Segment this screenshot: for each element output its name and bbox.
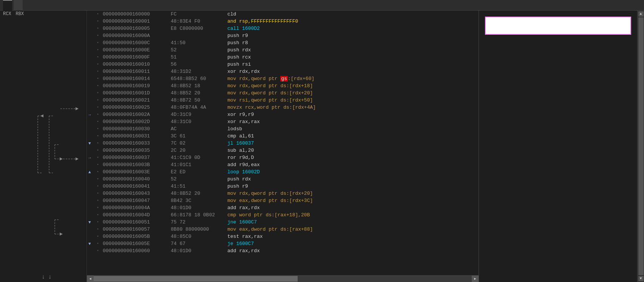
breakpoint-dot[interactable]: • [95,233,101,240]
table-row[interactable]: •0000000000160000FCcld [87,11,479,18]
v-scrollbar[interactable]: ▲ ▼ [637,11,644,282]
tab-rbx[interactable] [14,0,23,11]
breakpoint-dot[interactable]: • [95,125,101,133]
breakpoint-dot[interactable]: • [95,211,101,219]
breakpoint-dot[interactable]: • [95,240,101,247]
breakpoint-dot[interactable]: • [95,18,101,25]
breakpoint-dot[interactable]: • [95,25,101,32]
breakpoint-dot[interactable]: • [95,68,101,75]
breakpoint-dot[interactable]: • [95,161,101,168]
table-row[interactable]: •00000000001600478B42 3Cmov eax,dword pt… [87,197,479,204]
table-row[interactable]: •000000000016004348:8B52 20mov rdx,qword… [87,190,479,197]
breakpoint-dot[interactable]: • [95,133,101,140]
table-row[interactable]: •000000000016000Apush r9 [87,32,479,39]
h-scrollbar[interactable]: ◀ ▶ [87,275,479,282]
instruction-cell: add rax,rdx [226,204,479,211]
breakpoint-dot[interactable]: • [95,183,101,190]
jump-indicator [87,39,95,46]
table-row[interactable]: •000000000016006048:01D0add rax,rdx [87,247,479,254]
breakpoint-dot[interactable]: • [95,219,101,226]
instruction-cell: mov eax,dword ptr ds:[rax+88] [226,226,479,233]
table-row[interactable]: •000000000016001056push rsi [87,61,479,68]
table-row[interactable]: •000000000016002D48:31C0xor rax,rax [87,118,479,125]
table-row[interactable]: •000000000016003B41:01C1add r9d,eax [87,161,479,168]
breakpoint-dot[interactable]: • [95,197,101,204]
breakpoint-dot[interactable]: • [95,154,101,161]
table-row[interactable]: •000000000016000E52push rdx [87,46,479,54]
scroll-h-track[interactable] [94,276,472,282]
jump-indicator [87,190,95,197]
scroll-h-thumb[interactable] [94,276,298,282]
breakpoint-dot[interactable]: • [95,140,101,147]
scroll-left-btn[interactable]: ◀ [87,276,94,282]
breakpoint-dot[interactable]: • [95,54,101,61]
breakpoint-dot[interactable]: • [95,226,101,233]
scroll-thumb[interactable] [638,17,644,275]
jump-indicator: → [87,111,95,118]
scroll-right-btn[interactable]: ▶ [472,276,479,282]
breakpoint-dot[interactable]: • [95,204,101,211]
table-row[interactable]: •000000000016005B48:85C0test rax,rax [87,233,479,240]
instruction-cell: mov rsi,qword ptr ds:[rdx+50] [226,97,479,104]
table-row[interactable]: •00000000001600578B80 88000000mov eax,dw… [87,226,479,233]
breakpoint-dot[interactable]: • [95,39,101,46]
table-row[interactable]: •000000000016004052push rdx [87,176,479,183]
table-row[interactable]: •000000000016001D48:8B52 20mov rdx,qword… [87,89,479,97]
instruction-cell: add r9d,eax [226,161,479,168]
bytes-cell: 6548:8B52 60 [169,75,226,82]
table-row[interactable]: •000000000016000C41:50push r8 [87,39,479,46]
bytes-cell: 75 72 [169,219,226,226]
instruction-cell: sub al,20 [226,147,479,154]
scroll-down-btn[interactable]: ▼ [638,276,644,281]
table-row[interactable]: •000000000016004A48:01D0add rax,rdx [87,204,479,211]
breakpoint-dot[interactable]: • [95,61,101,68]
disasm-table: •0000000000160000FCcld•00000000001600014… [87,11,479,254]
table-row[interactable]: •000000000016001148:31D2xor rdx,rdx [87,68,479,75]
bytes-cell: 52 [169,46,226,54]
scroll-up-btn[interactable]: ▲ [638,11,644,17]
table-row[interactable]: •000000000016004D66:8178 18 0B02cmp word… [87,211,479,219]
breakpoint-dot[interactable]: • [95,46,101,54]
address-cell: 0000000000160040 [101,176,169,183]
table-row[interactable]: •00000000001600313C 61cmp al,61 [87,133,479,140]
svg-marker-1 [76,107,79,110]
table-row[interactable]: →•000000000016002A4D:31C9xor r9,r9 [87,111,479,118]
table-row[interactable]: ▼•000000000016005E74 67je 1600C7 [87,240,479,247]
table-row[interactable]: •00000000001600146548:8B52 60mov rdx,qwo… [87,75,479,82]
breakpoint-dot[interactable]: • [95,104,101,111]
table-row[interactable]: •0000000000160030AClodsb [87,125,479,133]
table-row[interactable]: •000000000016001948:8B52 18mov rdx,qword… [87,82,479,89]
address-cell: 0000000000160057 [101,226,169,233]
table-row[interactable]: •000000000016000F51push rcx [87,54,479,61]
table-row[interactable]: •00000000001600352C 20sub al,20 [87,147,479,154]
breakpoint-dot[interactable]: • [95,11,101,18]
table-row[interactable]: ▼•000000000016005175 72jne 1600C7 [87,219,479,226]
table-row[interactable]: •000000000016002148:8B72 50mov rsi,qword… [87,97,479,104]
breakpoint-dot[interactable]: • [95,118,101,125]
jump-indicator [87,118,95,125]
table-row[interactable]: •000000000016000148:83E4 F0and rsp,FFFFF… [87,18,479,25]
address-cell: 0000000000160001 [101,18,169,25]
table-row[interactable]: •000000000016002548:0FB74A 4Amovzx rcx,w… [87,104,479,111]
disasm-scroll[interactable]: •0000000000160000FCcld•00000000001600014… [87,11,479,275]
instruction-cell: add rax,rdx [226,247,479,254]
bytes-cell: 8B80 88000000 [169,226,226,233]
table-row[interactable]: •0000000000160005E8 C8000000call 1600D2 [87,25,479,32]
table-row[interactable]: •000000000016004141:51push r9 [87,183,479,190]
breakpoint-dot[interactable]: • [95,32,101,39]
bytes-cell: AC [169,125,226,133]
breakpoint-dot[interactable]: • [95,168,101,176]
breakpoint-dot[interactable]: • [95,190,101,197]
breakpoint-dot[interactable]: • [95,176,101,183]
table-row[interactable]: ▲•000000000016003EE2 EDloop 16002D [87,168,479,176]
breakpoint-dot[interactable]: • [95,82,101,89]
table-row[interactable]: ▼•00000000001600337C 02jl 160037 [87,140,479,147]
breakpoint-dot[interactable]: • [95,75,101,82]
breakpoint-dot[interactable]: • [95,111,101,118]
tab-rcx[interactable] [3,0,12,11]
breakpoint-dot[interactable]: • [95,89,101,97]
breakpoint-dot[interactable]: • [95,247,101,254]
breakpoint-dot[interactable]: • [95,97,101,104]
table-row[interactable]: →•000000000016003741:C1C9 0Dror r9d,D [87,154,479,161]
breakpoint-dot[interactable]: • [95,147,101,154]
